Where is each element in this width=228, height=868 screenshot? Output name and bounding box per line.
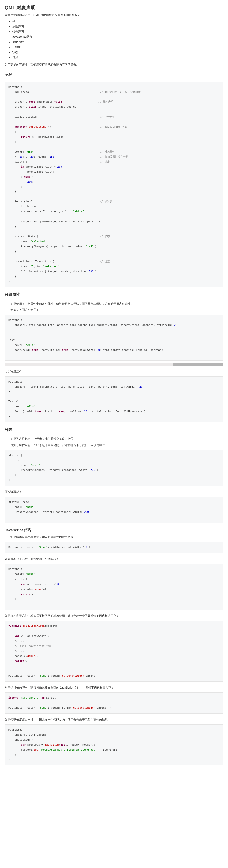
code-js1: Rectangle { color: "blue"; width: parent… xyxy=(5,542,223,553)
list-p2: 例如，组件只有一个状态是非常常见的。在这种情况下，我们不应该这样写： xyxy=(5,443,223,447)
section-group-heading: 分组属性 xyxy=(5,291,223,299)
order-list-item: 对象属性 xyxy=(12,40,223,45)
js-p2: 如果脚本只有几行，通常使用一个代码块： xyxy=(5,557,223,561)
order-list-item: 状态 xyxy=(12,50,223,55)
section-example-heading: 示例 xyxy=(5,71,223,79)
code-js2: Rectangle { color: "blue" width: { var w… xyxy=(5,564,223,610)
js-p5: 如果代码长度超过一行，并因此在一个代码块内，使用分号来表示每个语句的结尾： xyxy=(5,717,223,722)
order-list: id属性声明信号声明JavaScript 函数对象属性子对象状态过渡 xyxy=(5,19,223,60)
section-js-heading: JavaScript 代码 xyxy=(5,527,223,533)
js-p3: 如果脚本多于几行，或者需要被不同的对象使用，建议创建一个函数并像下面这样调用它： xyxy=(5,614,223,618)
order-list-item: 属性声明 xyxy=(12,24,223,29)
section-list-heading: 列表 xyxy=(5,427,223,435)
horizontal-scrollbar[interactable] xyxy=(5,363,223,366)
intro-after: 为了更好的可读性，我们用空行将他们分隔为不同的部分。 xyxy=(5,63,223,67)
intro-paragraph: 在整个文档和示例中，QML 对象属性总按照以下顺序结构化： xyxy=(5,13,223,18)
code-group1: Rectangle { anchors.left: parent.left; a… xyxy=(5,315,223,361)
group-p2: 例如，下面这个例子： xyxy=(5,308,223,312)
order-list-item: id xyxy=(12,19,223,24)
group-p3: 可以写成这样： xyxy=(5,369,223,374)
order-list-item: 子对象 xyxy=(12,44,223,50)
code-group2: Rectangle { anchors { left: parent.left;… xyxy=(5,376,223,423)
list-p1: 如果列表只包含一个元素，我们通常会省略方括号。 xyxy=(5,437,223,441)
order-list-item: 过渡 xyxy=(12,55,223,60)
order-list-item: JavaScript 函数 xyxy=(12,34,223,40)
code-list2: states: State { name: "open" PropertyCha… xyxy=(5,497,223,523)
code-js5: MouseArea { anchors.fill: parent onClick… xyxy=(5,724,223,765)
js-p1: 如果脚本是单个表达式，建议将其写为内联的形式： xyxy=(5,535,223,539)
code-js4: import "myscript.js" as Script Rectangle… xyxy=(5,692,223,714)
scrollbar-thumb[interactable] xyxy=(173,363,223,366)
order-list-item: 信号声明 xyxy=(12,29,223,34)
list-p3: 而应该写成： xyxy=(5,490,223,494)
group-p1: 如果使用了一组属性中的多个属性，建议使用组表示法，而不是点表示法，这有助于提高可… xyxy=(5,302,223,306)
js-p4: 对于是很长的脚本，建议将函数放在自己的 JavaScript 文件中，并像下面这… xyxy=(5,685,223,690)
code-list1: states: [ State { name: "open" PropertyC… xyxy=(5,450,223,486)
page-title: QML 对象声明 xyxy=(5,4,223,11)
code-js3: function calculateWidth(object) { var w … xyxy=(5,621,223,682)
code-example: Rectangle { id: photo // id 放到第一行，便于查找对象… xyxy=(5,82,223,287)
